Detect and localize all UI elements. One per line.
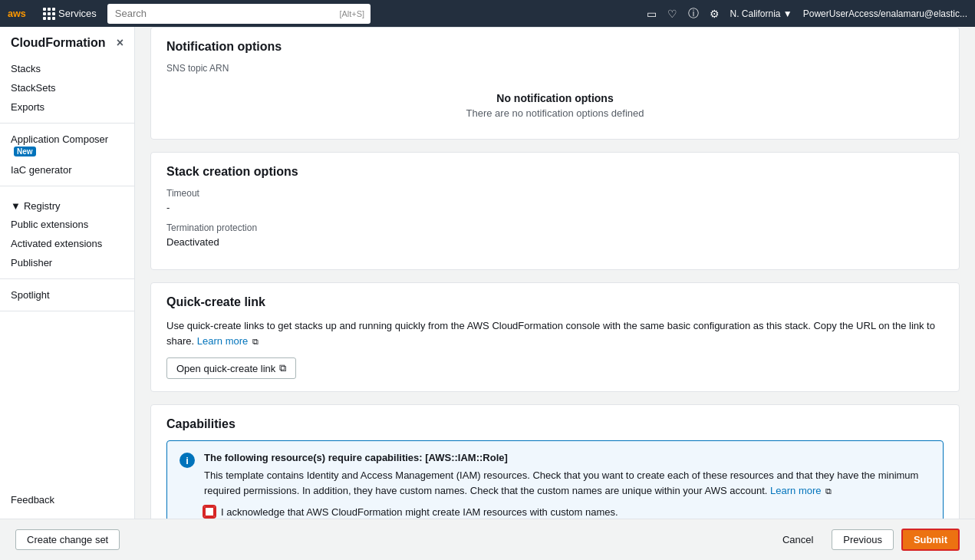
sidebar: CloudFormation × Stacks StackSets Export… — [0, 27, 135, 519]
open-quick-create-button[interactable]: Open quick-create link ⧉ — [166, 357, 296, 379]
stack-creation-title: Stack creation options — [166, 165, 944, 179]
capabilities-info-title: The following resource(s) require capabi… — [204, 452, 931, 463]
cancel-button[interactable]: Cancel — [772, 530, 824, 549]
acknowledge-checkbox[interactable] — [204, 506, 215, 517]
search-input[interactable] — [107, 4, 371, 24]
main-content: Notification options SNS topic ARN No no… — [135, 27, 975, 519]
external-icon: ⧉ — [279, 362, 286, 374]
create-change-set-button[interactable]: Create change set — [15, 529, 120, 550]
sidebar-item-publisher[interactable]: Publisher — [0, 253, 134, 272]
sidebar-item-public-extensions[interactable]: Public extensions — [0, 215, 134, 234]
sidebar-item-iac-generator[interactable]: IaC generator — [0, 160, 134, 180]
capabilities-info-box: i The following resource(s) require capa… — [166, 440, 944, 519]
external-link-icon: ⧉ — [252, 337, 259, 346]
capabilities-section: Capabilities i The following resource(s)… — [150, 404, 960, 519]
chevron-down-icon: ▼ — [11, 200, 21, 212]
notification-options-title: Notification options — [166, 40, 944, 54]
sidebar-item-spotlight[interactable]: Spotlight — [0, 285, 134, 305]
sidebar-item-application-composer[interactable]: Application Composer New — [0, 130, 134, 160]
termination-field: Termination protection Deactivated — [166, 222, 944, 248]
top-navigation: aws Services [Alt+S] ▭ ♡ ⓘ ⚙ N. Californ… — [0, 0, 975, 27]
quick-create-section: Quick-create link Use quick-create links… — [150, 282, 960, 392]
search-bar[interactable]: [Alt+S] — [107, 4, 371, 24]
info-icon: i — [180, 453, 195, 468]
quick-create-title: Quick-create link — [166, 295, 944, 309]
services-button[interactable]: Services — [38, 6, 101, 21]
capabilities-title: Capabilities — [166, 417, 944, 431]
footer-right: Cancel Previous Submit — [772, 529, 960, 551]
monitor-icon[interactable]: ▭ — [647, 8, 657, 20]
acknowledge-label: I acknowledge that AWS CloudFormation mi… — [221, 506, 618, 519]
quick-create-description: Use quick-create links to get stacks up … — [166, 318, 944, 348]
capabilities-external-icon: ⧉ — [825, 486, 832, 496]
capabilities-learn-more-link[interactable]: Learn more — [770, 485, 821, 496]
termination-value: Deactivated — [166, 236, 944, 248]
notification-empty-state: No notification options There are no not… — [166, 77, 944, 127]
submit-button[interactable]: Submit — [901, 529, 960, 551]
sidebar-item-stacksets[interactable]: StackSets — [0, 78, 134, 97]
no-notification-title: No notification options — [166, 92, 944, 104]
learn-more-link[interactable]: Learn more — [197, 335, 248, 347]
nav-icons: ▭ ♡ ⓘ ⚙ N. California ▼ PowerUserAccess/… — [647, 7, 968, 21]
user-menu[interactable]: PowerUserAccess/enalamaru@elastic... — [803, 8, 967, 19]
sidebar-close-button[interactable]: × — [117, 37, 124, 49]
termination-label: Termination protection — [166, 222, 944, 233]
timeout-field: Timeout - — [166, 188, 944, 213]
svg-text:aws: aws — [8, 8, 26, 19]
bell-icon[interactable]: ♡ — [667, 8, 677, 20]
settings-icon[interactable]: ⚙ — [710, 8, 720, 20]
grid-icon — [43, 8, 55, 20]
timeout-value: - — [166, 202, 944, 213]
no-notification-desc: There are no notification options define… — [166, 107, 944, 119]
sidebar-section-registry[interactable]: ▼ Registry — [0, 193, 134, 215]
footer: Create change set Cancel Previous Submit — [0, 519, 975, 560]
capabilities-info-text: This template contains Identity and Acce… — [204, 468, 931, 498]
footer-left: Create change set — [15, 529, 120, 550]
stack-creation-section: Stack creation options Timeout - Termina… — [150, 152, 960, 270]
timeout-label: Timeout — [166, 188, 944, 199]
sns-topic-label: SNS topic ARN — [166, 63, 944, 74]
sidebar-item-stacks[interactable]: Stacks — [0, 59, 134, 78]
help-icon[interactable]: ⓘ — [688, 7, 699, 21]
previous-button[interactable]: Previous — [832, 529, 894, 550]
new-badge: New — [14, 147, 36, 156]
capabilities-checkbox-row: I acknowledge that AWS CloudFormation mi… — [204, 506, 931, 519]
sidebar-item-activated-extensions[interactable]: Activated extensions — [0, 234, 134, 253]
capabilities-info-content: The following resource(s) require capabi… — [204, 452, 931, 519]
sidebar-item-exports[interactable]: Exports — [0, 97, 134, 117]
acknowledge-checkbox-wrapper[interactable] — [204, 506, 215, 517]
region-selector[interactable]: N. California ▼ — [730, 8, 792, 19]
notification-options-section: Notification options SNS topic ARN No no… — [150, 27, 960, 140]
services-label: Services — [58, 8, 97, 19]
sidebar-title: CloudFormation × — [0, 36, 134, 59]
aws-logo[interactable]: aws — [8, 7, 29, 21]
sidebar-feedback[interactable]: Feedback — [0, 490, 134, 509]
